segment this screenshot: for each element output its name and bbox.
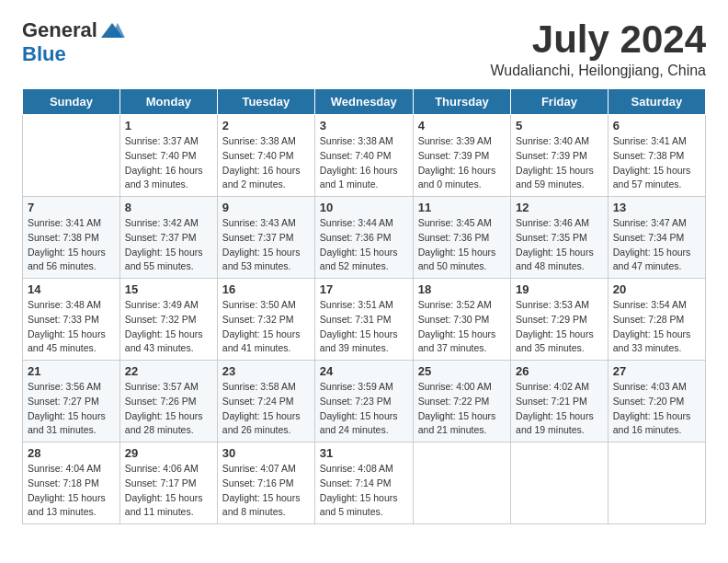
day-number: 27 xyxy=(613,364,700,378)
day-number: 16 xyxy=(222,282,310,296)
day-info: Sunrise: 4:00 AMSunset: 7:22 PMDaylight:… xyxy=(418,380,506,438)
day-info: Sunrise: 3:51 AMSunset: 7:31 PMDaylight:… xyxy=(320,298,408,356)
day-number: 17 xyxy=(320,282,408,296)
day-info: Sunrise: 4:07 AMSunset: 7:16 PMDaylight:… xyxy=(222,462,310,520)
calendar-table: SundayMondayTuesdayWednesdayThursdayFrid… xyxy=(22,88,706,524)
day-number: 9 xyxy=(222,201,310,214)
day-info: Sunrise: 3:50 AMSunset: 7:32 PMDaylight:… xyxy=(222,298,310,356)
day-info: Sunrise: 3:57 AMSunset: 7:26 PMDaylight:… xyxy=(125,380,212,438)
calendar-week-3: 14Sunrise: 3:48 AMSunset: 7:33 PMDayligh… xyxy=(23,279,706,361)
day-number: 7 xyxy=(28,201,115,214)
day-number: 26 xyxy=(516,364,603,378)
calendar-cell: 18Sunrise: 3:52 AMSunset: 7:30 PMDayligh… xyxy=(413,279,510,361)
calendar-cell: 15Sunrise: 3:49 AMSunset: 7:32 PMDayligh… xyxy=(119,279,217,361)
day-number: 13 xyxy=(613,201,700,214)
calendar-cell: 2Sunrise: 3:38 AMSunset: 7:40 PMDaylight… xyxy=(217,115,314,197)
calendar-cell: 26Sunrise: 4:02 AMSunset: 7:21 PMDayligh… xyxy=(511,361,609,442)
header: General Blue July 2024 Wudalianchi, Heil… xyxy=(22,18,706,79)
calendar-cell: 24Sunrise: 3:59 AMSunset: 7:23 PMDayligh… xyxy=(314,361,413,442)
calendar-cell xyxy=(511,442,609,524)
day-number: 12 xyxy=(516,201,603,214)
day-info: Sunrise: 3:38 AMSunset: 7:40 PMDaylight:… xyxy=(222,134,310,192)
day-number: 4 xyxy=(418,119,506,132)
day-info: Sunrise: 3:42 AMSunset: 7:37 PMDaylight:… xyxy=(125,216,212,274)
day-info: Sunrise: 3:46 AMSunset: 7:35 PMDaylight:… xyxy=(516,216,603,274)
page: General Blue July 2024 Wudalianchi, Heil… xyxy=(0,0,728,543)
day-number: 11 xyxy=(418,201,506,214)
day-number: 31 xyxy=(320,446,408,460)
calendar-cell: 22Sunrise: 3:57 AMSunset: 7:26 PMDayligh… xyxy=(119,361,217,442)
day-info: Sunrise: 3:48 AMSunset: 7:33 PMDaylight:… xyxy=(28,298,115,356)
day-number: 21 xyxy=(28,364,115,378)
day-info: Sunrise: 3:40 AMSunset: 7:39 PMDaylight:… xyxy=(516,134,603,192)
calendar-cell: 27Sunrise: 4:03 AMSunset: 7:20 PMDayligh… xyxy=(608,361,705,442)
calendar-cell: 1Sunrise: 3:37 AMSunset: 7:40 PMDaylight… xyxy=(119,115,217,197)
day-number: 2 xyxy=(222,119,310,132)
day-number: 24 xyxy=(320,364,408,378)
day-info: Sunrise: 3:47 AMSunset: 7:34 PMDaylight:… xyxy=(613,216,700,274)
logo-icon xyxy=(99,21,125,40)
calendar-cell: 19Sunrise: 3:53 AMSunset: 7:29 PMDayligh… xyxy=(511,279,609,361)
day-number: 30 xyxy=(222,446,310,460)
calendar-cell: 28Sunrise: 4:04 AMSunset: 7:18 PMDayligh… xyxy=(23,442,120,524)
calendar-cell: 10Sunrise: 3:44 AMSunset: 7:36 PMDayligh… xyxy=(314,197,413,279)
calendar-header-row: SundayMondayTuesdayWednesdayThursdayFrid… xyxy=(23,89,706,115)
day-info: Sunrise: 3:58 AMSunset: 7:24 PMDaylight:… xyxy=(222,380,310,438)
day-info: Sunrise: 3:54 AMSunset: 7:28 PMDaylight:… xyxy=(613,298,700,356)
day-number: 28 xyxy=(28,446,115,460)
calendar-cell: 8Sunrise: 3:42 AMSunset: 7:37 PMDaylight… xyxy=(119,197,217,279)
day-info: Sunrise: 3:49 AMSunset: 7:32 PMDaylight:… xyxy=(125,298,212,356)
day-number: 1 xyxy=(125,119,212,132)
calendar-header-monday: Monday xyxy=(119,89,217,115)
day-info: Sunrise: 4:08 AMSunset: 7:14 PMDaylight:… xyxy=(320,462,408,520)
day-info: Sunrise: 3:37 AMSunset: 7:40 PMDaylight:… xyxy=(125,134,212,192)
calendar-cell xyxy=(413,442,510,524)
calendar-header-wednesday: Wednesday xyxy=(314,89,413,115)
calendar-cell: 6Sunrise: 3:41 AMSunset: 7:38 PMDaylight… xyxy=(608,115,705,197)
calendar-header-friday: Friday xyxy=(511,89,609,115)
calendar-cell: 16Sunrise: 3:50 AMSunset: 7:32 PMDayligh… xyxy=(217,279,314,361)
calendar-header-saturday: Saturday xyxy=(608,89,705,115)
logo-general-text: General xyxy=(22,18,97,42)
calendar-cell: 21Sunrise: 3:56 AMSunset: 7:27 PMDayligh… xyxy=(23,361,120,442)
month-title: July 2024 xyxy=(490,18,706,61)
calendar-cell: 4Sunrise: 3:39 AMSunset: 7:39 PMDaylight… xyxy=(413,115,510,197)
calendar-week-4: 21Sunrise: 3:56 AMSunset: 7:27 PMDayligh… xyxy=(23,361,706,442)
calendar-cell: 12Sunrise: 3:46 AMSunset: 7:35 PMDayligh… xyxy=(511,197,609,279)
calendar-cell: 31Sunrise: 4:08 AMSunset: 7:14 PMDayligh… xyxy=(314,442,413,524)
day-info: Sunrise: 3:39 AMSunset: 7:39 PMDaylight:… xyxy=(418,134,506,192)
day-info: Sunrise: 3:41 AMSunset: 7:38 PMDaylight:… xyxy=(613,134,700,192)
day-number: 18 xyxy=(418,282,506,296)
calendar-cell: 5Sunrise: 3:40 AMSunset: 7:39 PMDaylight… xyxy=(511,115,609,197)
calendar-cell: 7Sunrise: 3:41 AMSunset: 7:38 PMDaylight… xyxy=(23,197,120,279)
day-number: 19 xyxy=(516,282,603,296)
day-info: Sunrise: 3:41 AMSunset: 7:38 PMDaylight:… xyxy=(28,216,115,274)
day-number: 3 xyxy=(320,119,408,132)
day-number: 25 xyxy=(418,364,506,378)
calendar-cell: 3Sunrise: 3:38 AMSunset: 7:40 PMDaylight… xyxy=(314,115,413,197)
day-info: Sunrise: 3:45 AMSunset: 7:36 PMDaylight:… xyxy=(418,216,506,274)
day-info: Sunrise: 3:38 AMSunset: 7:40 PMDaylight:… xyxy=(320,134,408,192)
day-number: 14 xyxy=(28,282,115,296)
day-number: 5 xyxy=(516,119,603,132)
calendar-cell: 11Sunrise: 3:45 AMSunset: 7:36 PMDayligh… xyxy=(413,197,510,279)
day-number: 10 xyxy=(320,201,408,214)
day-info: Sunrise: 3:56 AMSunset: 7:27 PMDaylight:… xyxy=(28,380,115,438)
logo: General Blue xyxy=(22,18,125,66)
day-info: Sunrise: 4:04 AMSunset: 7:18 PMDaylight:… xyxy=(28,462,115,520)
day-number: 6 xyxy=(613,119,700,132)
calendar-header-thursday: Thursday xyxy=(413,89,510,115)
calendar-week-5: 28Sunrise: 4:04 AMSunset: 7:18 PMDayligh… xyxy=(23,442,706,524)
calendar-cell: 17Sunrise: 3:51 AMSunset: 7:31 PMDayligh… xyxy=(314,279,413,361)
calendar-header-tuesday: Tuesday xyxy=(217,89,314,115)
day-info: Sunrise: 3:59 AMSunset: 7:23 PMDaylight:… xyxy=(320,380,408,438)
day-number: 15 xyxy=(125,282,212,296)
calendar-cell: 13Sunrise: 3:47 AMSunset: 7:34 PMDayligh… xyxy=(608,197,705,279)
calendar-cell: 25Sunrise: 4:00 AMSunset: 7:22 PMDayligh… xyxy=(413,361,510,442)
calendar-cell: 14Sunrise: 3:48 AMSunset: 7:33 PMDayligh… xyxy=(23,279,120,361)
day-info: Sunrise: 4:06 AMSunset: 7:17 PMDaylight:… xyxy=(125,462,212,520)
title-block: July 2024 Wudalianchi, Heilongjiang, Chi… xyxy=(490,18,706,79)
calendar-cell: 29Sunrise: 4:06 AMSunset: 7:17 PMDayligh… xyxy=(119,442,217,524)
day-number: 20 xyxy=(613,282,700,296)
day-info: Sunrise: 4:02 AMSunset: 7:21 PMDaylight:… xyxy=(516,380,603,438)
